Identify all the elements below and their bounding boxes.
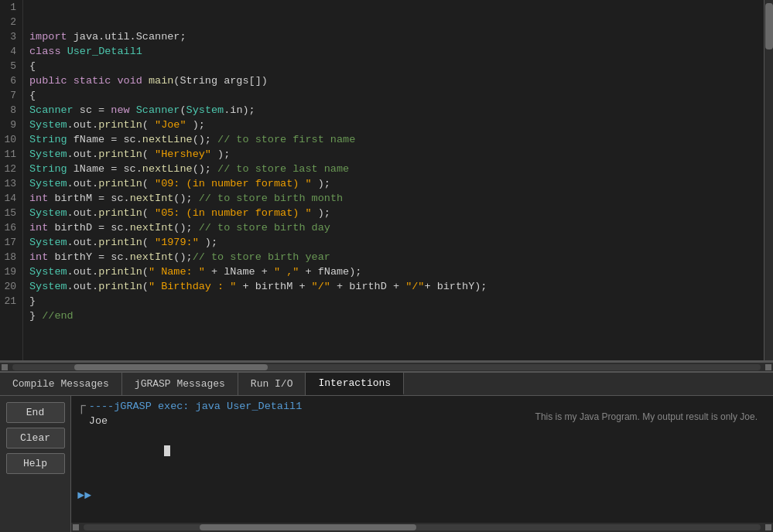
code-line-21: } //end [29, 309, 758, 323]
tab-interactions[interactable]: Interactions [306, 373, 404, 395]
clear-button[interactable]: Clear [6, 428, 65, 448]
line-number-8: 8 [3, 103, 16, 118]
code-line-9: String fName = sc.nextLine(); // to stor… [29, 132, 758, 147]
code-line-10: System.out.println( "Hershey" ); [29, 147, 758, 162]
line-number-1: 1 [3, 0, 16, 15]
code-line-12: System.out.println( "09: (in number form… [29, 176, 758, 191]
terminal-exec-line: ----jGRASP exec: java User_Detail1 [89, 399, 302, 414]
editor-scrollbar[interactable] [0, 362, 773, 371]
line-number-2: 2 [3, 15, 16, 29]
end-button[interactable]: End [6, 402, 65, 423]
line-number-9: 9 [3, 118, 16, 132]
line-number-4: 4 [3, 44, 16, 59]
code-line-20: } [29, 294, 758, 309]
editor-right-scrollbar[interactable] [764, 0, 773, 360]
code-line-6: Scanner sc = new Scanner(System.in); [29, 103, 758, 118]
line-number-10: 10 [3, 132, 16, 147]
line-number-11: 11 [3, 147, 16, 162]
code-line-18: System.out.println(" Name: " + lName + "… [29, 264, 758, 279]
terminal-output-line: Joe [89, 414, 302, 428]
tab-runio[interactable]: Run I/O [238, 373, 306, 395]
tab-bar: Compile MessagesjGRASP MessagesRun I/OIn… [0, 371, 773, 396]
help-button[interactable]: Help [6, 453, 65, 474]
line-number-15: 15 [3, 206, 16, 220]
line-number-12: 12 [3, 162, 16, 176]
buttons-sidebar: EndClearHelp [0, 396, 71, 532]
side-note: This is my Java Program. My output resul… [535, 411, 758, 422]
tab-jgrasp[interactable]: jGRASP Messages [122, 373, 238, 395]
line-numbers: 123456789101112131415161718192021 [0, 0, 23, 360]
terminal-area[interactable]: ┌ ----jGRASP exec: java User_Detail1 Joe… [71, 396, 773, 523]
code-line-8: System.out.println( "Joe" ); [29, 118, 758, 132]
code-line-5: { [29, 88, 758, 103]
code-line-19: System.out.println(" Birthday : " + birt… [29, 279, 758, 294]
line-number-13: 13 [3, 176, 16, 191]
bottom-scrollbar[interactable] [71, 523, 773, 532]
code-lines[interactable]: import java.util.Scanner;class User_Deta… [23, 0, 764, 360]
line-number-21: 21 [3, 294, 16, 309]
code-line-4: public static void main(String args[]) [29, 73, 758, 88]
line-number-14: 14 [3, 191, 16, 206]
line-number-5: 5 [3, 59, 16, 73]
code-line-15: int birthD = sc.nextInt(); // to store b… [29, 220, 758, 235]
line-number-3: 3 [3, 29, 16, 44]
code-line-17: int birthY = sc.nextInt();// to store bi… [29, 250, 758, 264]
line-number-20: 20 [3, 279, 16, 294]
code-line-14: System.out.println( "05: (in number form… [29, 206, 758, 220]
line-number-6: 6 [3, 73, 16, 88]
line-number-19: 19 [3, 264, 16, 279]
line-number-18: 18 [3, 250, 16, 264]
code-line-3: { [29, 59, 758, 73]
code-line-13: int birthM = sc.nextInt(); // to store b… [29, 191, 758, 206]
code-line-16: System.out.println( "1979:" ); [29, 235, 758, 250]
code-line-11: String lName = sc.nextLine(); // to stor… [29, 162, 758, 176]
code-line-1: import java.util.Scanner; [29, 29, 758, 44]
tab-compile[interactable]: Compile Messages [0, 373, 122, 395]
line-number-17: 17 [3, 235, 16, 250]
line-number-16: 16 [3, 220, 16, 235]
code-line-2: class User_Detail1 [29, 44, 758, 59]
editor-area: 123456789101112131415161718192021 import… [0, 0, 773, 362]
bottom-panel: EndClearHelp ┌ ----jGRASP exec: java Use… [0, 396, 773, 532]
terminal-cursor-line [89, 428, 302, 472]
forward-arrows: ►► [77, 489, 91, 503]
line-number-7: 7 [3, 88, 16, 103]
